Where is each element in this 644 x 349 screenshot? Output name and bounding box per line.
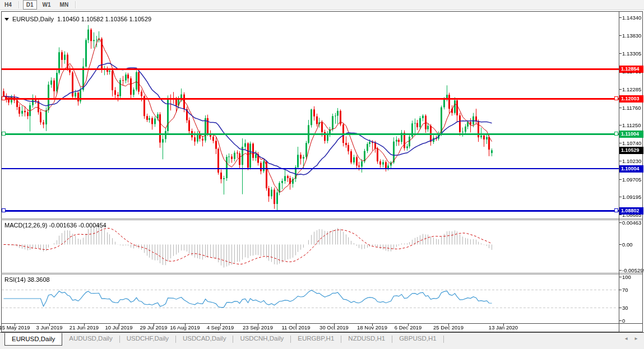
x-axis-label: 16 Aug 2019 xyxy=(165,324,205,331)
x-axis-label: 30 Oct 2019 xyxy=(314,324,354,331)
price-tag-line: 1.11004 xyxy=(619,131,643,138)
tab-gbpusd-h1[interactable]: GBPUSD,H1 xyxy=(392,333,443,345)
tab-eurusd-daily[interactable]: EURUSD,Daily xyxy=(4,333,62,346)
x-axis-label: 6 Dec 2019 xyxy=(388,324,428,331)
tab-audusd-daily[interactable]: AUDUSD,Daily xyxy=(62,333,119,345)
y-axis-label: 1.11760 xyxy=(622,105,641,111)
chart-ohlc-values: 1.10450 1.10582 1.10356 1.10529 xyxy=(57,16,151,22)
x-axis-label: 11 Oct 2019 xyxy=(276,324,316,331)
rsi-indicator-label: RSI(14) 38.3608 xyxy=(4,276,50,283)
chart-tabs-bar: EURUSD,Daily AUDUSD,Daily USDCHF,Daily U… xyxy=(0,332,644,349)
symbol-dropdown-icon[interactable] xyxy=(4,18,9,21)
tab-eurgbp-h1[interactable]: EURGBP,H1 xyxy=(291,333,341,345)
y-axis-label: 1.13830 xyxy=(622,32,641,39)
x-axis-label: 10 Jul 2019 xyxy=(99,324,138,331)
rsi-axis-label: 30 xyxy=(622,305,628,311)
macd-indicator-label: MACD(12,26,9) -0.001636 -0.000454 xyxy=(4,222,106,229)
y-axis-label: 1.11250 xyxy=(622,122,641,128)
x-axis-label: 15 May 2019 xyxy=(0,324,34,331)
macd-axis-label: 0.00463 xyxy=(622,220,641,226)
y-axis-label: 1.14340 xyxy=(622,15,641,21)
price-tag-line: 1.08802 xyxy=(619,207,643,215)
application-window: H4 D1 W1 MN EURUSD,Daily 1.10450 1.10582… xyxy=(0,0,644,349)
macd-axis-label: -0.005299 xyxy=(622,267,644,273)
x-axis-label: 25 Dec 2019 xyxy=(429,324,468,331)
x-axis-label: 13 Jan 2020 xyxy=(484,324,523,331)
tabs-scroll-left-icon[interactable]: ◄ xyxy=(624,336,628,342)
y-axis-label: 1.12285 xyxy=(622,86,641,92)
tab-usdchf-daily[interactable]: USDCHF,Daily xyxy=(120,333,175,345)
y-axis-label: 1.10740 xyxy=(622,140,641,146)
price-tag-current: 1.10529 xyxy=(619,147,643,154)
tab-usdcad-daily[interactable]: USDCAD,Daily xyxy=(176,333,233,345)
price-tag-line: 1.12854 xyxy=(619,66,643,73)
chart-title: EURUSD,Daily 1.10450 1.10582 1.10356 1.1… xyxy=(4,16,151,22)
rsi-axis-label: 0 xyxy=(622,318,625,324)
x-axis-label: 4 Sep 2019 xyxy=(201,324,240,331)
tab-divider xyxy=(443,336,444,343)
y-axis-label: 1.09195 xyxy=(622,194,641,200)
rsi-axis-label: 70 xyxy=(622,287,628,293)
tab-usdcnh-daily[interactable]: USDCNH,Daily xyxy=(233,333,290,345)
x-axis-label: 23 Sep 2019 xyxy=(238,324,277,331)
y-axis-label: 1.13305 xyxy=(622,50,641,57)
y-axis-label: 1.09705 xyxy=(622,176,641,183)
macd-axis-label: 0.00 xyxy=(622,241,633,248)
rsi-axis-label: 100 xyxy=(622,274,631,280)
chart-symbol-label: EURUSD,Daily xyxy=(12,16,54,22)
y-axis-label: 1.10230 xyxy=(622,158,641,164)
x-axis-label: 21 Jun 2019 xyxy=(64,324,104,331)
x-axis-label: 18 Nov 2019 xyxy=(353,324,392,331)
chart-canvas[interactable] xyxy=(0,0,644,349)
price-tag-line: 1.10004 xyxy=(619,165,643,173)
price-tag-line: 1.12003 xyxy=(619,95,643,103)
x-axis-label: 3 Jun 2019 xyxy=(30,324,69,331)
tabs-scroll-right-icon[interactable]: ► xyxy=(634,336,638,342)
tab-nzdusd-h1[interactable]: NZDUSD,H1 xyxy=(341,333,392,345)
